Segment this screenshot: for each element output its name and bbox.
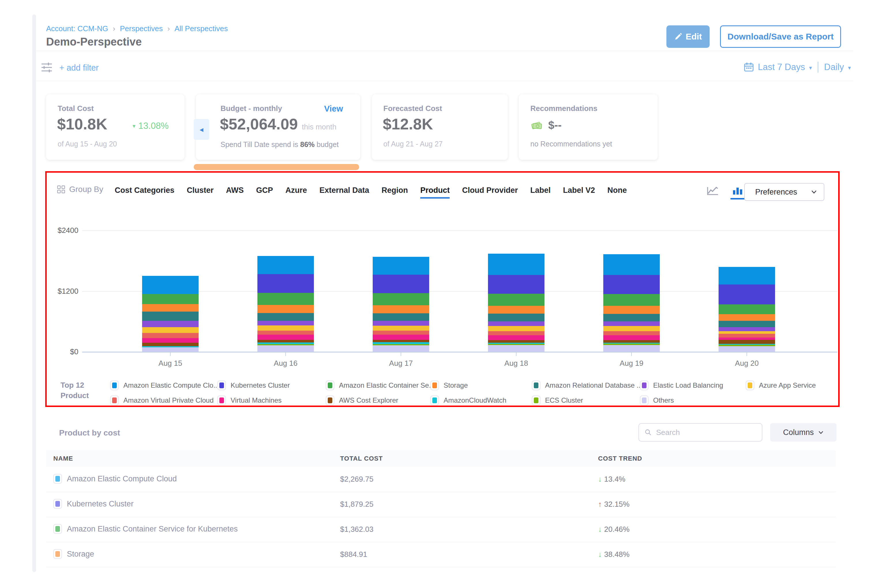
bar-segment-amazon-elastic-container-service-for-kubernetes[interactable] (603, 294, 660, 306)
bar-segment-elastic-load-balancing[interactable] (718, 327, 775, 331)
bar-segment-amazon-relational-database-service[interactable] (718, 321, 775, 327)
row-product-name[interactable]: Storage (67, 550, 94, 559)
group-by-tab-aws[interactable]: AWS (226, 186, 244, 199)
bar-segment-aws-cost-explorer[interactable] (488, 340, 544, 343)
bar-segment-storage[interactable] (718, 314, 775, 321)
bar-segment-virtual-machines[interactable] (718, 338, 775, 340)
column-header-total-cost[interactable]: TOTAL COST (340, 455, 383, 462)
stacked-bar-aug-18[interactable] (488, 254, 544, 352)
bar-segment-amazon-elastic-compute-cloud[interactable] (718, 267, 775, 285)
table-row-kubernetes-cluster[interactable]: Kubernetes Cluster$1,879.25↑32.15% (46, 492, 836, 517)
bar-segment-azure-app-service[interactable] (603, 326, 660, 331)
bar-segment-amazon-relational-database-service[interactable] (257, 313, 314, 321)
bar-segment-storage[interactable] (257, 305, 314, 313)
group-by-tab-label[interactable]: Label (530, 186, 551, 199)
download-save-report-button[interactable]: Download/Save as Report (720, 26, 841, 48)
row-product-name[interactable]: Amazon Elastic Container Service for Kub… (67, 525, 238, 534)
bar-segment-amazon-relational-database-service[interactable] (488, 314, 544, 321)
bar-segment-amazon-virtual-private-cloud[interactable] (142, 333, 199, 338)
bar-segment-kubernetes-cluster[interactable] (488, 275, 544, 294)
bar-segment-virtual-machines[interactable] (488, 335, 544, 340)
bar-segment-aws-cost-explorer[interactable] (257, 340, 314, 342)
date-range-selector[interactable]: Last 7 Days (758, 62, 805, 72)
stacked-bar-aug-16[interactable] (257, 256, 314, 352)
group-by-tab-external-data[interactable]: External Data (320, 186, 369, 199)
bar-segment-storage[interactable] (603, 306, 660, 314)
filter-sliders-icon[interactable] (40, 62, 53, 73)
stacked-bar-aug-17[interactable] (373, 257, 429, 352)
bar-segment-amazon-elastic-compute-cloud[interactable] (142, 276, 199, 294)
granularity-caret-icon[interactable]: ▾ (848, 63, 851, 71)
breadcrumb-account-link[interactable]: Account: CCM-NG (46, 24, 108, 33)
bar-segment-amazon-relational-database-service[interactable] (603, 314, 660, 322)
bar-segment-amazon-elastic-container-service-for-kubernetes[interactable] (142, 294, 199, 304)
granularity-selector[interactable]: Daily (824, 62, 844, 72)
bar-segment-elastic-load-balancing[interactable] (373, 321, 429, 326)
group-by-tab-label-v2[interactable]: Label V2 (563, 186, 595, 199)
bar-segment-azure-app-service[interactable] (257, 326, 314, 331)
group-by-tab-azure[interactable]: Azure (285, 186, 307, 199)
budget-prev-arrow-button[interactable]: ◂ (194, 119, 209, 140)
bar-segment-elastic-load-balancing[interactable] (488, 321, 544, 326)
bar-segment-others[interactable] (603, 345, 660, 352)
bar-segment-aws-cost-explorer[interactable] (603, 340, 660, 343)
table-row-storage[interactable]: Storage$884.91↓38.48% (46, 542, 836, 567)
bar-segment-others[interactable] (142, 347, 199, 352)
bar-segment-others[interactable] (718, 346, 775, 352)
table-row-amazon-elastic-compute-cloud[interactable]: Amazon Elastic Compute Cloud$2,269.75↓13… (46, 467, 836, 492)
breadcrumb-perspectives-link[interactable]: Perspectives (120, 24, 163, 33)
bar-segment-amazon-elastic-compute-cloud[interactable] (603, 254, 660, 275)
date-range-caret-icon[interactable]: ▾ (809, 63, 812, 71)
bar-segment-kubernetes-cluster[interactable] (718, 285, 775, 304)
group-by-tab-product[interactable]: Product (420, 186, 450, 199)
bar-segment-azure-app-service[interactable] (488, 326, 544, 331)
bar-segment-amazon-elastic-compute-cloud[interactable] (257, 256, 314, 274)
bar-segment-elastic-load-balancing[interactable] (603, 321, 660, 326)
bar-segment-amazon-relational-database-service[interactable] (142, 312, 199, 321)
bar-segment-others[interactable] (488, 345, 544, 352)
group-by-tab-region[interactable]: Region (382, 186, 408, 199)
bar-segment-kubernetes-cluster[interactable] (603, 275, 660, 294)
bar-segment-aws-cost-explorer[interactable] (373, 340, 429, 342)
preferences-dropdown[interactable]: Preferences (744, 183, 824, 201)
edit-button[interactable]: Edit (666, 26, 710, 48)
bar-segment-elastic-load-balancing[interactable] (257, 321, 314, 326)
bar-segment-amazon-elastic-container-service-for-kubernetes[interactable] (718, 304, 775, 315)
bar-segment-amazon-virtual-private-cloud[interactable] (603, 331, 660, 335)
row-product-name[interactable]: Amazon Elastic Compute Cloud (67, 474, 177, 483)
bar-segment-virtual-machines[interactable] (603, 335, 660, 340)
bar-segment-amazon-elastic-container-service-for-kubernetes[interactable] (373, 293, 429, 305)
columns-dropdown-button[interactable]: Columns (770, 423, 837, 442)
bar-segment-amazon-elastic-compute-cloud[interactable] (488, 254, 544, 275)
bar-segment-amazon-elastic-container-service-for-kubernetes[interactable] (488, 294, 544, 306)
bar-segment-amazon-virtual-private-cloud[interactable] (373, 331, 429, 334)
bar-chart-toggle[interactable] (730, 186, 745, 200)
bar-segment-kubernetes-cluster[interactable] (373, 275, 429, 293)
group-by-tab-cluster[interactable]: Cluster (187, 186, 214, 199)
bar-segment-amazon-virtual-private-cloud[interactable] (257, 331, 314, 334)
row-product-name[interactable]: Kubernetes Cluster (67, 500, 134, 508)
bar-segment-others[interactable] (373, 345, 429, 352)
stacked-bar-aug-19[interactable] (603, 254, 660, 352)
group-by-tab-cloud-provider[interactable]: Cloud Provider (462, 186, 518, 199)
bar-segment-kubernetes-cluster[interactable] (257, 274, 314, 293)
bar-segment-azure-app-service[interactable] (718, 331, 775, 334)
bar-segment-elastic-load-balancing[interactable] (142, 321, 199, 327)
bar-segment-virtual-machines[interactable] (142, 338, 199, 343)
column-header-name[interactable]: NAME (53, 455, 73, 462)
bar-segment-virtual-machines[interactable] (257, 334, 314, 340)
stacked-bar-aug-15[interactable] (142, 276, 199, 352)
line-chart-toggle[interactable] (706, 186, 720, 200)
breadcrumb-all-perspectives-link[interactable]: All Perspectives (174, 24, 228, 33)
bar-segment-amazon-elastic-container-service-for-kubernetes[interactable] (257, 293, 314, 305)
bar-segment-storage[interactable] (373, 305, 429, 313)
group-by-tab-none[interactable]: None (607, 186, 627, 199)
table-row-amazon-elastic-container-service-for-kubernetes[interactable]: Amazon Elastic Container Service for Kub… (46, 517, 836, 542)
bar-segment-aws-cost-explorer[interactable] (142, 343, 199, 346)
bar-segment-azure-app-service[interactable] (373, 326, 429, 331)
bar-segment-amazon-virtual-private-cloud[interactable] (718, 334, 775, 338)
bar-segment-virtual-machines[interactable] (373, 334, 429, 339)
bar-segment-storage[interactable] (488, 306, 544, 314)
bar-segment-amazon-relational-database-service[interactable] (373, 313, 429, 321)
bar-segment-azure-app-service[interactable] (142, 327, 199, 333)
